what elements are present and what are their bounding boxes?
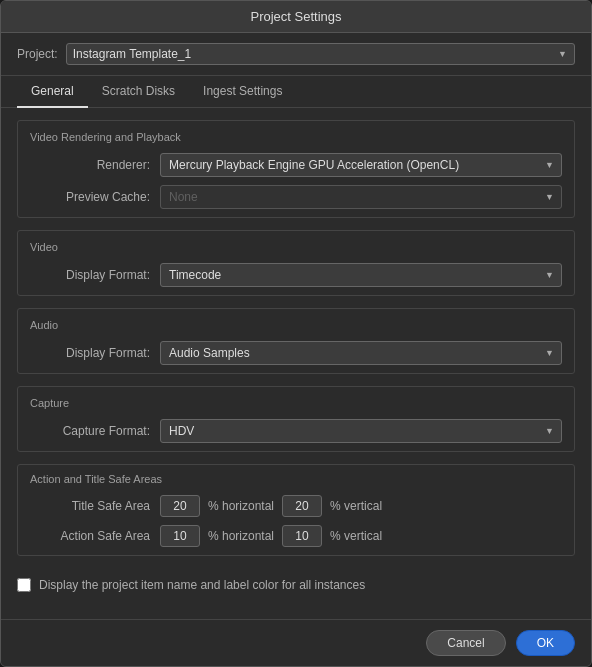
renderer-select[interactable]: Mercury Playback Engine GPU Acceleration… bbox=[160, 153, 562, 177]
audio-display-format-wrapper: Audio SamplesMilliseconds bbox=[160, 341, 562, 365]
dialog-footer: Cancel OK bbox=[1, 619, 591, 666]
video-display-format-select[interactable]: TimecodeFramesFeet + Frames bbox=[160, 263, 562, 287]
ok-button[interactable]: OK bbox=[516, 630, 575, 656]
action-safe-horizontal-unit: % horizontal bbox=[208, 529, 274, 543]
project-row: Project: Instagram Template_1 bbox=[1, 33, 591, 76]
project-label: Project: bbox=[17, 47, 58, 61]
preview-cache-row: Preview Cache: None bbox=[30, 185, 562, 209]
video-section: Video Display Format: TimecodeFramesFeet… bbox=[17, 230, 575, 296]
capture-format-label: Capture Format: bbox=[30, 424, 150, 438]
video-display-format-row: Display Format: TimecodeFramesFeet + Fra… bbox=[30, 263, 562, 287]
title-safe-area-horizontal-input[interactable] bbox=[160, 495, 200, 517]
preview-cache-select[interactable]: None bbox=[160, 185, 562, 209]
video-display-format-label: Display Format: bbox=[30, 268, 150, 282]
cancel-button[interactable]: Cancel bbox=[426, 630, 505, 656]
action-safe-vertical-unit: % vertical bbox=[330, 529, 382, 543]
capture-format-select[interactable]: HDVDV bbox=[160, 419, 562, 443]
capture-format-row: Capture Format: HDVDV bbox=[30, 419, 562, 443]
capture-section: Capture Capture Format: HDVDV bbox=[17, 386, 575, 452]
title-safe-horizontal-unit: % horizontal bbox=[208, 499, 274, 513]
project-select[interactable]: Instagram Template_1 bbox=[66, 43, 575, 65]
audio-section: Audio Display Format: Audio SamplesMilli… bbox=[17, 308, 575, 374]
dialog-title: Project Settings bbox=[1, 1, 591, 33]
video-title: Video bbox=[30, 241, 562, 253]
title-safe-area-row: Title Safe Area % horizontal % vertical bbox=[30, 495, 562, 517]
display-project-item-label: Display the project item name and label … bbox=[39, 578, 365, 592]
audio-title: Audio bbox=[30, 319, 562, 331]
preview-cache-select-wrapper: None bbox=[160, 185, 562, 209]
safe-areas-title: Action and Title Safe Areas bbox=[30, 473, 562, 485]
tab-content: Video Rendering and Playback Renderer: M… bbox=[1, 108, 591, 619]
display-project-item-checkbox[interactable] bbox=[17, 578, 31, 592]
tab-ingest-settings[interactable]: Ingest Settings bbox=[189, 76, 296, 108]
project-settings-dialog: Project Settings Project: Instagram Temp… bbox=[0, 0, 592, 667]
renderer-select-wrapper: Mercury Playback Engine GPU Acceleration… bbox=[160, 153, 562, 177]
display-project-item-row: Display the project item name and label … bbox=[1, 568, 591, 602]
safe-areas-section: Action and Title Safe Areas Title Safe A… bbox=[17, 464, 575, 556]
title-safe-vertical-unit: % vertical bbox=[330, 499, 382, 513]
action-safe-area-label: Action Safe Area bbox=[30, 529, 150, 543]
project-select-wrapper: Instagram Template_1 bbox=[66, 43, 575, 65]
video-display-format-wrapper: TimecodeFramesFeet + Frames bbox=[160, 263, 562, 287]
action-safe-area-row: Action Safe Area % horizontal % vertical bbox=[30, 525, 562, 547]
action-safe-area-horizontal-input[interactable] bbox=[160, 525, 200, 547]
tab-general[interactable]: General bbox=[17, 76, 88, 108]
tab-scratch-disks[interactable]: Scratch Disks bbox=[88, 76, 189, 108]
audio-display-format-label: Display Format: bbox=[30, 346, 150, 360]
audio-display-format-select[interactable]: Audio SamplesMilliseconds bbox=[160, 341, 562, 365]
renderer-row: Renderer: Mercury Playback Engine GPU Ac… bbox=[30, 153, 562, 177]
action-safe-area-vertical-input[interactable] bbox=[282, 525, 322, 547]
preview-cache-label: Preview Cache: bbox=[30, 190, 150, 204]
video-rendering-section: Video Rendering and Playback Renderer: M… bbox=[17, 120, 575, 218]
capture-title: Capture bbox=[30, 397, 562, 409]
title-safe-area-vertical-input[interactable] bbox=[282, 495, 322, 517]
renderer-label: Renderer: bbox=[30, 158, 150, 172]
capture-format-wrapper: HDVDV bbox=[160, 419, 562, 443]
video-rendering-title: Video Rendering and Playback bbox=[30, 131, 562, 143]
audio-display-format-row: Display Format: Audio SamplesMillisecond… bbox=[30, 341, 562, 365]
title-safe-area-label: Title Safe Area bbox=[30, 499, 150, 513]
tabs-bar: General Scratch Disks Ingest Settings bbox=[1, 76, 591, 108]
